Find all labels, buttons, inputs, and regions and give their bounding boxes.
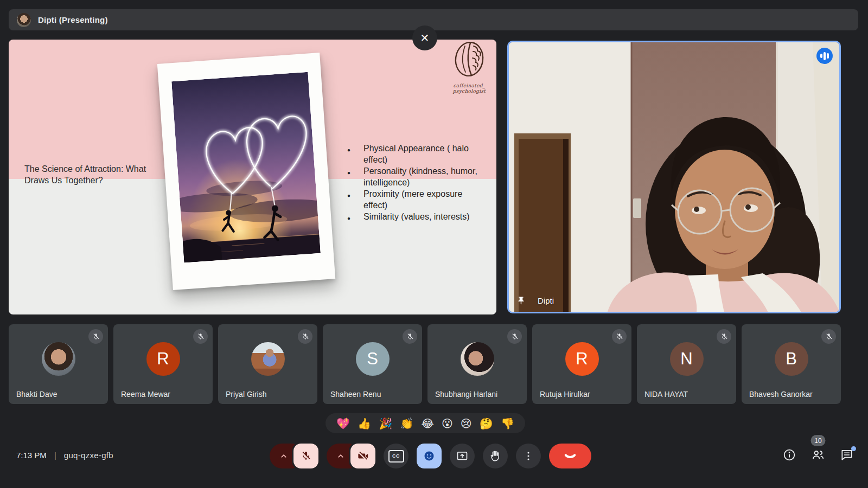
participant-name: Shubhangi Harlani [435,390,497,399]
avatar [42,342,75,376]
participant-tile[interactable]: N NIDA HAYAT [637,324,736,404]
avatar [461,342,494,376]
audio-level-icon [816,48,833,64]
participant-name: Priyal Girish [226,390,266,399]
participant-name: Bhavesh Ganorkar [749,390,813,399]
captions-button[interactable]: CC [384,444,409,468]
reaction-party[interactable]: 🎉 [379,418,392,429]
side-panel-buttons: 10 [782,448,854,462]
participant-tile[interactable]: R Reema Mewar [113,324,213,404]
avatar: R [146,342,180,376]
brain-logo-icon [450,40,489,81]
presenter-label: Dipti (Presenting) [38,15,108,24]
more-vertical-icon [522,450,534,462]
mic-off-icon [612,329,627,344]
logo-caption: caffeinated_ psychologist [443,83,495,94]
meeting-details-button[interactable] [782,448,796,462]
mic-off-icon [298,329,312,344]
divider: | [54,451,56,460]
webcam-feed [509,42,841,313]
main-video-name: Dipti [538,296,554,305]
slide-brand-logo: caffeinated_ psychologist [443,40,495,94]
presenter-banner: Dipti (Presenting) [9,9,858,30]
participant-tile[interactable]: B Bhavesh Ganorkar [742,324,841,404]
mic-off-icon [88,329,103,344]
reaction-clap[interactable]: 👏 [400,418,413,429]
smiley-icon [423,450,436,463]
reaction-thumbs-down[interactable]: 👎 [501,418,514,429]
participant-tile[interactable]: Bhakti Dave [9,324,108,404]
avatar: N [670,342,704,376]
avatar: B [775,342,808,376]
present-button[interactable] [450,444,475,468]
presentation-view: The Science of Attraction: What Draws Us… [9,40,496,314]
reaction-laugh[interactable]: 😂 [421,418,433,429]
slide-bullet-list: Physical Appearance ( halo effect) Perso… [346,143,483,222]
presenter-avatar [17,13,31,27]
clock: 7:13 PM [16,451,47,460]
more-options-button[interactable] [516,444,541,468]
phone-hangup-icon [563,450,578,462]
mic-off-icon [300,450,312,462]
slide-bullet: Physical Appearance ( halo effect) [346,143,483,165]
reaction-surprised[interactable]: 😮 [442,418,453,429]
participant-tile[interactable]: S Shaheen Renu [323,324,422,404]
slide-photo-polaroid [157,53,335,290]
mic-mute-button[interactable] [293,444,318,468]
control-bar: CC [270,444,591,468]
main-video-nameplate: Dipti [516,296,554,305]
mic-off-icon [193,329,208,344]
meeting-code: guq-qzxe-gfb [64,451,113,460]
end-call-button[interactable] [549,444,591,468]
avatar: R [565,342,599,376]
meet-window: Dipti (Presenting) The Science of Attrac… [0,0,868,488]
mic-off-icon [717,329,731,344]
reaction-thumbs-up[interactable]: 👍 [358,418,371,429]
participants-button[interactable]: 10 [811,448,825,462]
info-icon [782,448,796,462]
captions-icon: CC [388,450,404,463]
main-video-tile[interactable]: Dipti [507,41,841,313]
participant-tile[interactable]: Shubhangi Harlani [427,324,527,404]
camera-off-icon [357,450,369,462]
participant-count-badge: 10 [811,435,826,446]
reactions-toggle-button[interactable] [417,444,442,468]
participant-name: Shaheen Renu [330,390,381,399]
meeting-info: 7:13 PM | guq-qzxe-gfb [16,451,113,460]
participant-name: Bhakti Dave [16,390,57,399]
chat-button[interactable] [840,448,854,462]
avatar: S [356,342,390,376]
present-screen-icon [456,450,469,463]
mic-off-icon [403,329,417,344]
slide-bullet: Proximity (mere exposure effect) [346,188,483,211]
reaction-cry[interactable]: 😢 [461,418,472,429]
chevron-up-icon [336,451,346,461]
mic-off-icon [821,329,836,344]
chat-notification-dot [851,446,856,451]
avatar [251,342,285,376]
camera-off-button[interactable] [350,444,375,468]
participant-name: Reema Mewar [121,390,170,399]
chevron-up-icon [279,451,289,461]
slide-bullet: Personality (kindness, humor, intelligen… [346,165,483,188]
participant-name: Rutuja Hirulkar [540,390,590,399]
people-icon [811,448,825,462]
slide-bullet: Similarity (values, interests) [346,211,483,222]
close-icon[interactable]: ✕ [412,25,437,50]
reactions-bar: 💖 👍 🎉 👏 😂 😮 😢 🤔 👎 [326,413,525,433]
participant-tile[interactable]: R Rutuja Hirulkar [532,324,631,404]
participant-tile[interactable]: Priyal Girish [218,324,317,404]
hearts-sunset-photo [171,72,321,263]
camera-control [327,444,375,468]
reaction-thinking[interactable]: 🤔 [480,418,493,429]
raise-hand-button[interactable] [483,444,508,468]
participant-name: NIDA HAYAT [644,390,688,399]
hand-icon [489,450,502,463]
reaction-heart[interactable]: 💖 [336,418,350,429]
pin-icon [516,296,526,305]
mic-off-icon [507,329,522,344]
mic-control [270,444,318,468]
slide-title: The Science of Attraction: What Draws Us… [24,163,168,186]
